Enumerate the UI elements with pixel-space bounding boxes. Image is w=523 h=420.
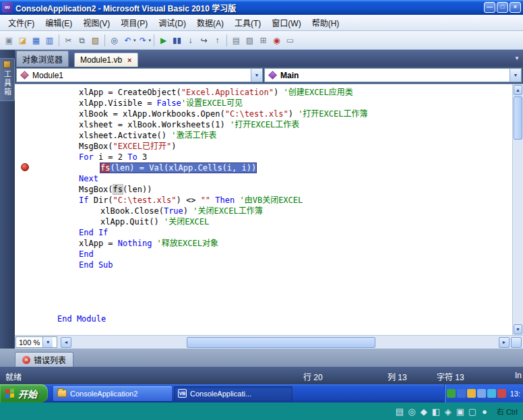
zoom-arrow-icon[interactable]: ▼ <box>42 337 53 347</box>
find-icon[interactable]: ◎ <box>108 34 121 47</box>
taskbar-button-label: ConsoleApplicati... <box>190 390 251 398</box>
mouse-icon[interactable]: ● <box>479 407 490 417</box>
start-button[interactable]: 开始 <box>0 384 48 402</box>
menu-data[interactable]: 数据(A) <box>191 15 229 30</box>
break-all-icon[interactable]: ▮▮ <box>171 34 183 47</box>
save-icon[interactable]: ▦ <box>30 34 42 47</box>
scroll-down-icon[interactable]: ▼ <box>514 324 522 334</box>
method-icon <box>268 71 277 80</box>
code-editor[interactable]: xlApp = CreateObject("Excel.Application"… <box>15 84 523 335</box>
code-line: End If <box>15 227 512 238</box>
code-line: xlsheet = xlBook.Worksheets(1) '打开EXCEL工… <box>15 119 512 130</box>
redo-icon[interactable]: ↷ <box>137 34 150 47</box>
selected-code: fs(len) = Val(xlApp.Cells(i, i)) <box>100 163 256 173</box>
zoom-value: 100 % <box>19 338 40 347</box>
solution-explorer-icon[interactable]: ▤ <box>230 34 243 47</box>
vbox-icons: ▤◎◆◧◈▣▢● <box>394 407 490 417</box>
menu-debug[interactable]: 调试(D) <box>153 15 191 30</box>
system-tray: 13: <box>444 384 523 402</box>
save-all-icon[interactable]: ▥ <box>43 34 56 47</box>
scroll-left-icon[interactable]: ◄ <box>61 337 71 348</box>
cut-icon[interactable]: ✂ <box>62 34 75 47</box>
undo-dropdown-icon[interactable]: ▾ <box>133 38 136 43</box>
step-out-icon[interactable]: ↑ <box>211 34 224 47</box>
code-lines: xlApp = CreateObject("Excel.Application"… <box>15 87 512 324</box>
start-debug-icon[interactable]: ▶ <box>157 34 170 47</box>
properties-window-icon[interactable]: ▨ <box>243 34 256 47</box>
splitter-handle[interactable] <box>511 337 522 348</box>
ide-tray-icon[interactable] <box>457 389 466 398</box>
immediate-window-icon[interactable]: ▭ <box>284 34 297 47</box>
menu-file[interactable]: 文件(F) <box>3 15 40 30</box>
usb-icon[interactable]: ◈ <box>443 407 454 417</box>
network-tray-icon[interactable] <box>487 389 496 398</box>
zoom-combo[interactable]: 100 % ▼ <box>16 336 57 348</box>
step-over-icon[interactable]: ↪ <box>197 34 210 47</box>
paste-icon[interactable]: ▧ <box>89 34 102 47</box>
taskbar-clock[interactable]: 13: <box>510 390 520 398</box>
menu-project[interactable]: 项目(P) <box>115 15 153 30</box>
vbox-status-bar: ▤◎◆◧◈▣▢● 右 Ctrl <box>0 402 523 420</box>
taskbar-button-visual-basic[interactable]: VBConsoleApplicati... <box>174 386 293 401</box>
status-ready: 就绪 <box>5 371 22 382</box>
code-line: xlApp.Quit() '关闭EXCEL <box>15 216 512 227</box>
step-into-icon[interactable]: ↓ <box>184 34 197 47</box>
messenger-tray-icon[interactable] <box>497 389 506 398</box>
network-adapter-icon[interactable]: ◧ <box>431 407 441 417</box>
volume-tray-icon[interactable] <box>477 389 486 398</box>
horizontal-scroll-thumb[interactable] <box>187 337 375 348</box>
breakpoint-marker[interactable] <box>21 163 29 171</box>
copy-icon[interactable]: ⧉ <box>75 34 88 47</box>
error-list-window-icon[interactable]: ◉ <box>270 34 283 47</box>
members-combo-arrow-icon[interactable]: ▼ <box>510 69 521 82</box>
update-tray-icon[interactable] <box>467 389 476 398</box>
antivirus-tray-icon[interactable] <box>447 389 456 398</box>
error-list-tab[interactable]: × 错误列表 <box>15 352 73 367</box>
audio-icon[interactable]: ◆ <box>419 407 429 417</box>
members-combo-value: Main <box>280 71 507 80</box>
document-tab-row: 对象浏览器 Module1.vb × ▼ <box>15 50 523 67</box>
code-line: End <box>15 249 512 260</box>
redo-dropdown-icon[interactable]: ▾ <box>149 38 152 43</box>
open-file-icon[interactable]: ◪ <box>16 34 29 47</box>
close-tab-icon[interactable]: × <box>127 56 131 64</box>
code-line: For i = 2 To 3 <box>15 152 512 162</box>
toolbox-window-icon[interactable]: ⊞ <box>257 34 270 47</box>
vertical-scroll-thumb[interactable] <box>514 96 522 140</box>
taskbar-button-explorer[interactable]: ConsoleApplication2 <box>53 386 172 401</box>
vb-icon: VB <box>178 389 187 398</box>
vertical-scrollbar[interactable]: ▲ ▼ <box>512 84 523 335</box>
tab-object-browser[interactable]: 对象浏览器 <box>16 51 69 67</box>
menu-bar: 文件(F)编辑(E)视图(V)项目(P)调试(D)数据(A)工具(T)窗口(W)… <box>0 15 523 31</box>
cd-icon[interactable]: ◎ <box>406 407 417 417</box>
horizontal-scroll-row: 100 % ▼ ◄ ► <box>15 335 523 349</box>
toolbar-separator <box>226 34 227 47</box>
close-button[interactable]: × <box>510 2 521 13</box>
menu-tools[interactable]: 工具(T) <box>229 15 266 30</box>
types-combo-value: Module1 <box>32 71 248 80</box>
code-line: If Dir("C:\test.xls") <> "" Then '由VB关闭E… <box>15 195 512 206</box>
new-project-icon[interactable]: ▣ <box>3 34 16 47</box>
menu-window[interactable]: 窗口(W) <box>266 15 306 30</box>
display-icon[interactable]: ▢ <box>467 407 478 417</box>
tray-icons <box>447 389 506 398</box>
menu-help[interactable]: 帮助(H) <box>307 15 345 30</box>
scroll-up-icon[interactable]: ▲ <box>514 85 522 95</box>
types-combo[interactable]: Module1 ▼ <box>16 68 263 82</box>
folder-icon <box>57 390 67 397</box>
toolbox-tab[interactable]: 工具箱 <box>0 58 15 101</box>
tab-module1-vb[interactable]: Module1.vb × <box>74 53 137 67</box>
horizontal-scrollbar[interactable] <box>72 337 498 348</box>
menu-edit[interactable]: 编辑(E) <box>40 15 78 30</box>
shared-folder-icon[interactable]: ▣ <box>455 407 466 417</box>
minimize-button[interactable]: — <box>484 2 495 13</box>
menu-view[interactable]: 视图(V) <box>78 15 115 30</box>
tab-list-chevron-icon[interactable]: ▼ <box>514 55 520 61</box>
scroll-right-icon[interactable]: ► <box>499 337 510 348</box>
app-icon: ∞ <box>2 2 13 13</box>
hdd-icon[interactable]: ▤ <box>394 407 405 417</box>
undo-icon[interactable]: ↶ <box>121 34 134 47</box>
members-combo[interactable]: Main ▼ <box>264 68 522 82</box>
maximize-button[interactable]: □ <box>497 2 508 13</box>
types-combo-arrow-icon[interactable]: ▼ <box>251 69 262 82</box>
